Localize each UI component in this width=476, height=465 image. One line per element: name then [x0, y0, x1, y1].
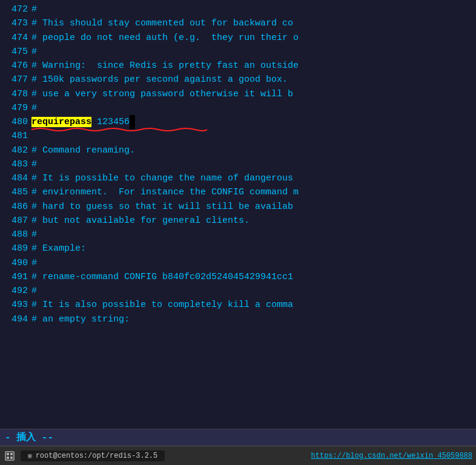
- line-488: 488 #: [0, 228, 476, 242]
- line-474: 474 # people do not need auth (e.g. they…: [0, 31, 476, 45]
- taskbar-url[interactable]: https://blog.csdn.net/weixin_45059888: [311, 452, 472, 460]
- terminal-content: 472 # 473 # This should stay commented o…: [0, 0, 476, 429]
- line-491: 491 # rename-command CONFIG b840fc02d524…: [0, 270, 476, 284]
- password-value: 123456: [97, 117, 130, 127]
- line-482: 482 # Command renaming.: [0, 143, 476, 157]
- terminal-tab-label: root@centos:/opt/redis-3.2.5: [36, 452, 158, 460]
- terminal-icon: ▣: [28, 452, 32, 460]
- line-485: 485 # environment. For instance the CONF…: [0, 185, 476, 199]
- line-483: 483 #: [0, 157, 476, 171]
- red-underline-decoration: [31, 127, 207, 132]
- line-494: 494 # an empty string:: [0, 312, 476, 326]
- requirepass-keyword: requirepass: [31, 117, 91, 127]
- line-484: 484 # It is possible to change the name …: [0, 171, 476, 185]
- status-bar: - 插入 --: [0, 429, 476, 446]
- line-473: 473 # This should stay commented out for…: [0, 16, 476, 30]
- line-478: 478 # use a very strong password otherwi…: [0, 87, 476, 101]
- line-492: 492 #: [0, 284, 476, 298]
- line-477: 477 # 150k passwords per second against …: [0, 73, 476, 87]
- terminal-tab[interactable]: ▣ root@centos:/opt/redis-3.2.5: [21, 450, 165, 461]
- svg-rect-4: [10, 457, 13, 459]
- line-480: 480 requirepass 123456: [0, 115, 476, 129]
- taskbar-left: ▣ root@centos:/opt/redis-3.2.5: [4, 450, 165, 462]
- line-493: 493 # It is also possible to completely …: [0, 298, 476, 312]
- line-487: 487 # but not available for general clie…: [0, 214, 476, 228]
- line-486: 486 # hard to guess so that it will stil…: [0, 200, 476, 214]
- taskbar: ▣ root@centos:/opt/redis-3.2.5 https://b…: [0, 446, 476, 465]
- line-476: 476 # Warning: since Redis is pretty fas…: [0, 59, 476, 73]
- line-489: 489 # Example:: [0, 242, 476, 256]
- vim-mode-label: - 插入 --: [5, 431, 53, 444]
- line-472: 472 #: [0, 2, 476, 16]
- svg-rect-1: [7, 453, 9, 455]
- line-490: 490 #: [0, 256, 476, 270]
- line-475: 475 #: [0, 45, 476, 59]
- svg-rect-2: [10, 453, 13, 455]
- svg-rect-3: [7, 457, 9, 459]
- window-resize-icon[interactable]: [4, 450, 16, 462]
- line-479: 479 #: [0, 101, 476, 115]
